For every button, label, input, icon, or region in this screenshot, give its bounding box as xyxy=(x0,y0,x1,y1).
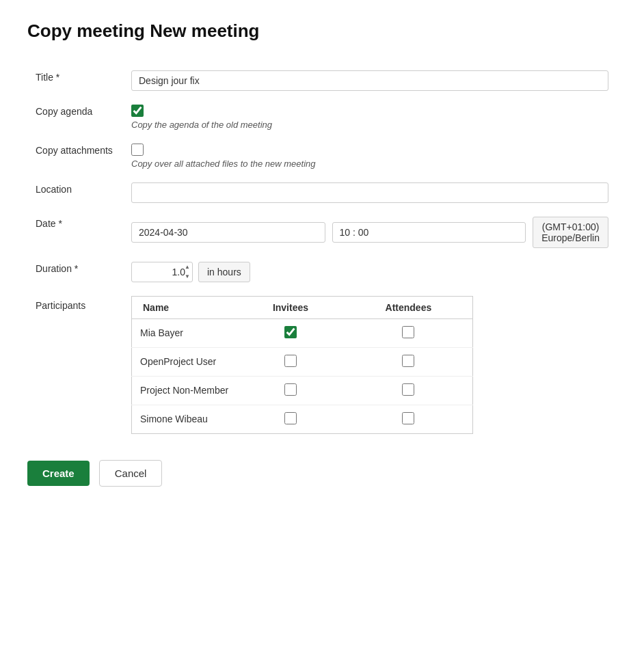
participant-attendee-cell xyxy=(345,319,473,348)
copy-attachments-checkbox[interactable] xyxy=(131,144,144,156)
participant-attendee-cell xyxy=(345,377,473,405)
location-row: Location xyxy=(27,176,617,210)
copy-agenda-row: Copy agenda Copy the agenda of the old m… xyxy=(27,98,617,137)
participants-table: Name Invitees Attendees Mia BayerOpenPro… xyxy=(131,296,473,434)
cancel-button[interactable]: Cancel xyxy=(99,460,163,487)
participant-invitee-cell xyxy=(237,348,345,377)
title-label: Title * xyxy=(27,64,123,98)
create-button[interactable]: Create xyxy=(27,461,90,486)
col-header-invitees: Invitees xyxy=(237,297,345,319)
invitee-checkbox[interactable] xyxy=(284,326,297,338)
spinner-buttons: ▲ ▼ xyxy=(183,262,191,282)
attendee-checkbox[interactable] xyxy=(402,412,414,424)
participant-invitee-cell xyxy=(237,377,345,405)
location-input[interactable] xyxy=(131,182,608,203)
table-row: OpenProject User xyxy=(132,348,473,377)
invitee-checkbox[interactable] xyxy=(284,355,297,367)
participant-invitee-cell xyxy=(237,405,345,434)
participants-cell: Name Invitees Attendees Mia BayerOpenPro… xyxy=(123,289,617,441)
participants-header-row: Name Invitees Attendees xyxy=(132,297,473,319)
copy-agenda-checkbox[interactable] xyxy=(131,105,144,117)
table-row: Project Non-Member xyxy=(132,377,473,405)
spinner-down-button[interactable]: ▼ xyxy=(183,272,191,282)
duration-label: Duration * xyxy=(27,255,123,289)
table-row: Simone Wibeau xyxy=(132,405,473,434)
duration-cell: ▲ ▼ in hours xyxy=(123,255,617,289)
title-row: Title * xyxy=(27,64,617,98)
copy-attachments-hint: Copy over all attached files to the new … xyxy=(131,159,608,169)
participant-attendee-cell xyxy=(345,405,473,434)
title-cell xyxy=(123,64,617,98)
date-label: Date * xyxy=(27,210,123,255)
location-cell xyxy=(123,176,617,210)
attendee-checkbox[interactable] xyxy=(402,383,414,396)
timezone-button[interactable]: (GMT+01:00) Europe/Berlin xyxy=(533,217,608,248)
copy-meeting-form: Title * Copy agenda Copy the agenda of t… xyxy=(27,64,617,441)
participant-attendee-cell xyxy=(345,348,473,377)
participant-invitee-cell xyxy=(237,319,345,348)
duration-input-wrap: ▲ ▼ xyxy=(131,262,193,282)
participant-name: Simone Wibeau xyxy=(132,405,237,434)
attendee-checkbox[interactable] xyxy=(402,326,414,338)
date-row: Date * (GMT+01:00) Europe/Berlin xyxy=(27,210,617,255)
copy-attachments-label: Copy attachments xyxy=(27,137,123,176)
location-label: Location xyxy=(27,176,123,210)
participant-name: Project Non-Member xyxy=(132,377,237,405)
table-row: Mia Bayer xyxy=(132,319,473,348)
attendee-checkbox[interactable] xyxy=(402,355,414,367)
invitee-checkbox[interactable] xyxy=(284,412,297,424)
participants-label: Participants xyxy=(27,289,123,441)
page-title: Copy meeting New meeting xyxy=(27,21,617,42)
spinner-up-button[interactable]: ▲ xyxy=(183,262,191,272)
participant-name: Mia Bayer xyxy=(132,319,237,348)
copy-attachments-cell: Copy over all attached files to the new … xyxy=(123,137,617,176)
form-actions: Create Cancel xyxy=(27,460,617,487)
copy-agenda-cell: Copy the agenda of the old meeting xyxy=(123,98,617,137)
time-input[interactable] xyxy=(332,222,526,243)
copy-agenda-label: Copy agenda xyxy=(27,98,123,137)
participant-name: OpenProject User xyxy=(132,348,237,377)
duration-row: Duration * ▲ ▼ in hours xyxy=(27,255,617,289)
col-header-name: Name xyxy=(132,297,237,319)
duration-unit-badge: in hours xyxy=(198,262,250,282)
col-header-attendees: Attendees xyxy=(345,297,473,319)
title-input[interactable] xyxy=(131,70,608,91)
date-cell: (GMT+01:00) Europe/Berlin xyxy=(123,210,617,255)
invitee-checkbox[interactable] xyxy=(284,383,297,396)
copy-agenda-hint: Copy the agenda of the old meeting xyxy=(131,120,608,130)
copy-attachments-row: Copy attachments Copy over all attached … xyxy=(27,137,617,176)
participants-row: Participants Name Invitees Attendees Mia… xyxy=(27,289,617,441)
date-input[interactable] xyxy=(131,222,325,243)
